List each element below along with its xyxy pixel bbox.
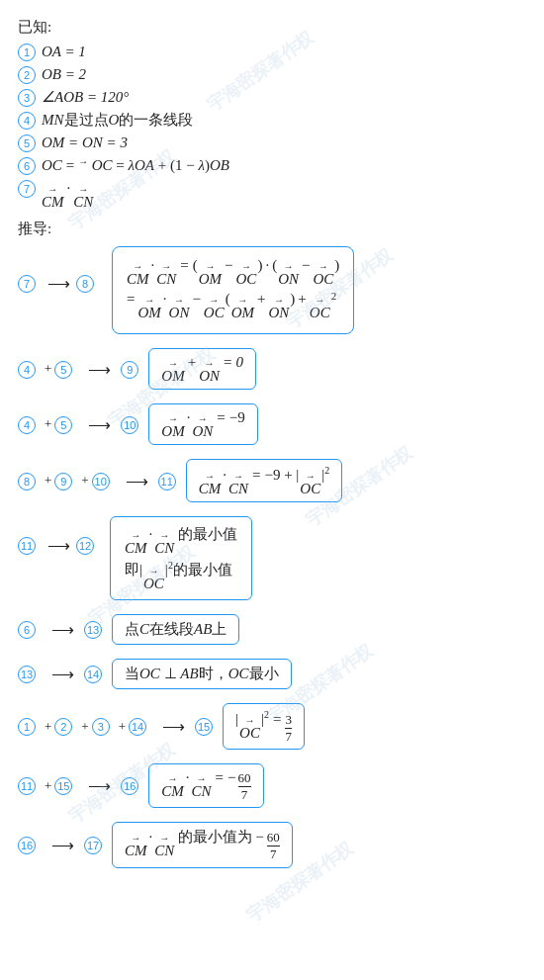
infer-row-11-12: 11 ⟶ 12 → CM · → CN 的最小值 bbox=[18, 516, 526, 600]
given-text-5: OM = ON = 3 bbox=[42, 134, 128, 151]
box-12: → CM · → CN 的最小值 即| → OC bbox=[110, 516, 252, 600]
circle-16-ref: 16 bbox=[18, 837, 36, 854]
given-text-1: OA = 1 bbox=[42, 44, 86, 60]
arrow-14: ⟶ bbox=[51, 665, 74, 683]
circle-6-ref: 6 bbox=[18, 621, 36, 639]
circle-4-ref: 4 bbox=[18, 361, 36, 379]
circle-14: 14 bbox=[84, 666, 102, 683]
arrow-17: ⟶ bbox=[51, 836, 74, 854]
infer-row-1-2-3-14-15: 1 + 2 + 3 + 14 ⟶ 15 | → OC |2 = 3 bbox=[18, 703, 526, 750]
circle-10: 10 bbox=[121, 416, 138, 434]
infer-row-7-8: 7 ⟶ 8 → CM · → CN = ( bbox=[18, 246, 526, 334]
circle-1-ref: 1 bbox=[18, 718, 36, 736]
from-11-15: 11 + 15 bbox=[18, 776, 78, 795]
circle-4: 4 bbox=[18, 112, 36, 130]
infer-row-4-5-10: 4 + 5 ⟶ 10 → OM · → ON = −9 bbox=[18, 403, 526, 445]
box-10: → OM · → ON = −9 bbox=[148, 403, 257, 445]
given-item-3: 3 ∠AOB = 120° bbox=[18, 88, 526, 107]
circle-4-ref2: 4 bbox=[18, 416, 36, 434]
infer-row-13-14: 13 ⟶ 14 当OC ⊥ AB时，OC最小 bbox=[18, 659, 526, 689]
arrow-11: ⟶ bbox=[126, 472, 148, 490]
given-text-4: MN是过点O的一条线段 bbox=[42, 111, 193, 130]
circle-13-ref: 13 bbox=[18, 666, 36, 683]
from-1-2-3-14: 1 + 2 + 3 + 14 bbox=[18, 717, 152, 736]
box-13-text: 点C在线段AB上 bbox=[125, 621, 227, 637]
box-15: | → OC |2 = 3 7 bbox=[223, 703, 305, 750]
given-text-2: OB = 2 bbox=[42, 66, 86, 83]
circle-1: 1 bbox=[18, 44, 36, 61]
box-12-line2: 即| → OC |2的最小值 bbox=[125, 560, 237, 591]
circle-11-ref: 11 bbox=[18, 537, 36, 555]
circle-16: 16 bbox=[121, 777, 138, 795]
arrow-13: ⟶ bbox=[51, 620, 74, 639]
circle-15: 15 bbox=[195, 718, 213, 736]
box-12-line1: → CM · → CN 的最小值 bbox=[125, 525, 237, 556]
circle-7: 7 bbox=[18, 180, 36, 198]
box-8-line2: = → OM · → ON − → OC ( bbox=[127, 291, 339, 320]
box-17: → CM · → CN 的最小值为 − 60 7 bbox=[112, 822, 293, 867]
circle-8-ref: 8 bbox=[18, 473, 36, 490]
arrow-9: ⟶ bbox=[88, 360, 111, 379]
circle-17: 17 bbox=[84, 837, 102, 854]
circle-9-ref: 9 bbox=[54, 473, 72, 490]
infer-row-8-9-10-11: 8 + 9 + 10 ⟶ 11 → CM · → CN = −9 + | bbox=[18, 459, 526, 502]
box-8: → CM · → CN = ( → OM − bbox=[112, 246, 354, 334]
box-9: → OM + → ON = 0 bbox=[148, 348, 256, 390]
arrow-7-8: ⟶ bbox=[47, 274, 70, 293]
circle-10-ref: 10 bbox=[92, 473, 110, 490]
given-item-6: 6 OC = → · OC = λOA + (1 − λ)OB bbox=[18, 156, 526, 175]
derive-title: 推导: bbox=[18, 220, 526, 238]
arrow-10: ⟶ bbox=[88, 415, 111, 434]
given-item-1: 1 OA = 1 bbox=[18, 43, 526, 61]
from-4-5: 4 + 5 bbox=[18, 360, 78, 379]
circle-5-ref: 5 bbox=[54, 361, 72, 379]
box-14-text: 当OC ⊥ AB时，OC最小 bbox=[125, 666, 279, 681]
circle-5-ref2: 5 bbox=[54, 416, 72, 434]
infer-row-4-5-9: 4 + 5 ⟶ 9 → OM + → ON = 0 bbox=[18, 348, 526, 390]
circle-15-ref: 15 bbox=[54, 777, 72, 795]
arrow-12: ⟶ bbox=[47, 536, 70, 555]
box-16: → CM · → CN = − 60 7 bbox=[148, 763, 263, 808]
page-content: 已知: 1 OA = 1 2 OB = 2 3 ∠AOB = 120° 4 MN… bbox=[0, 0, 544, 902]
arrow-15: ⟶ bbox=[162, 717, 185, 736]
box-11: → CM · → CN = −9 + | → OC |2 bbox=[186, 459, 343, 502]
circle-14-ref: 14 bbox=[129, 718, 146, 736]
circle-5: 5 bbox=[18, 134, 36, 152]
circle-9: 9 bbox=[121, 361, 138, 379]
given-title: 已知: bbox=[18, 18, 526, 37]
arrow-16: ⟶ bbox=[88, 776, 111, 795]
given-text-7: → CM · → CN bbox=[42, 180, 93, 210]
circle-11: 11 bbox=[158, 473, 176, 490]
infer-row-16-17: 16 ⟶ 17 → CM · → CN 的最小值为 − 60 7 bbox=[18, 822, 526, 867]
infer-row-11-15-16: 11 + 15 ⟶ 16 → CM · → CN = − 60 bbox=[18, 763, 526, 808]
circle-11-ref2: 11 bbox=[18, 777, 36, 795]
given-item-2: 2 OB = 2 bbox=[18, 65, 526, 84]
box-14: 当OC ⊥ AB时，OC最小 bbox=[112, 659, 292, 689]
given-item-4: 4 MN是过点O的一条线段 bbox=[18, 111, 526, 130]
from-4-5-b: 4 + 5 bbox=[18, 415, 78, 434]
circle-12: 12 bbox=[76, 537, 94, 555]
circle-3-ref: 3 bbox=[92, 718, 110, 736]
circle-2: 2 bbox=[18, 66, 36, 84]
from-8-9-10: 8 + 9 + 10 bbox=[18, 472, 116, 490]
circle-6: 6 bbox=[18, 157, 36, 175]
circle-13: 13 bbox=[84, 621, 102, 639]
circle-7-ref: 7 bbox=[18, 275, 36, 293]
box-8-line1: → CM · → CN = ( → OM − bbox=[127, 257, 339, 287]
given-item-5: 5 OM = ON = 3 bbox=[18, 134, 526, 152]
box-13: 点C在线段AB上 bbox=[112, 614, 239, 645]
given-text-6: OC = → · OC = λOA + (1 − λ)OB bbox=[42, 157, 229, 174]
circle-2-ref: 2 bbox=[54, 718, 72, 736]
given-list: 1 OA = 1 2 OB = 2 3 ∠AOB = 120° 4 MN是过点O… bbox=[18, 43, 526, 210]
given-text-3: ∠AOB = 120° bbox=[42, 88, 129, 106]
given-item-7: 7 → CM · → CN bbox=[18, 179, 526, 210]
circle-8: 8 bbox=[76, 275, 94, 293]
circle-3: 3 bbox=[18, 89, 36, 107]
infer-row-6-13: 6 ⟶ 13 点C在线段AB上 bbox=[18, 614, 526, 645]
